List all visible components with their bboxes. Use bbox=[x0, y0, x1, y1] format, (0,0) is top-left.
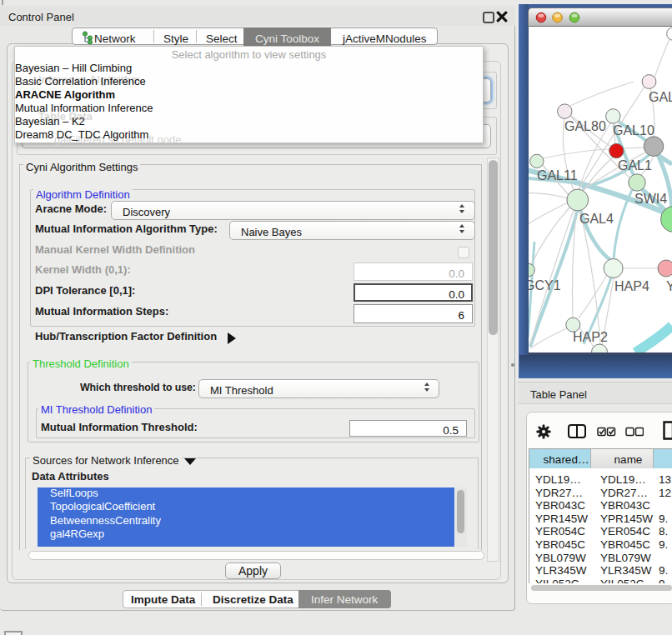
svg-text:GCY1: GCY1 bbox=[529, 278, 561, 292]
svg-text:GAL1: GAL1 bbox=[618, 158, 652, 172]
svg-text:HAP2: HAP2 bbox=[573, 330, 608, 344]
svg-text:GAL11: GAL11 bbox=[537, 168, 578, 182]
svg-text:GAL80: GAL80 bbox=[564, 119, 606, 133]
svg-text:GAL: GAL bbox=[649, 90, 672, 104]
svg-text:Y: Y bbox=[666, 279, 672, 293]
svg-text:GAL10: GAL10 bbox=[613, 123, 654, 138]
svg-text:HAP4: HAP4 bbox=[614, 279, 649, 293]
svg-text:GAL4: GAL4 bbox=[579, 212, 614, 226]
svg-text:SWI4: SWI4 bbox=[634, 192, 667, 206]
